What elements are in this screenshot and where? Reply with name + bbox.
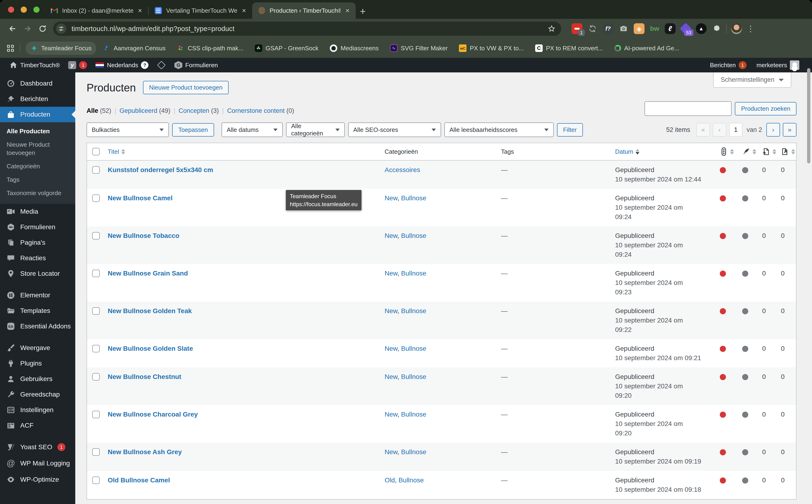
submenu-categories[interactable]: Categorieën — [0, 160, 75, 173]
category-link[interactable]: Bullnose — [401, 373, 426, 380]
sort-title-header[interactable]: Titel — [108, 148, 119, 155]
category-link[interactable]: New — [384, 448, 397, 456]
dates-select[interactable]: Alle datums — [221, 122, 283, 137]
browser-menu-icon[interactable]: ⋮ — [744, 24, 757, 33]
bookmark-px-vw[interactable]: wC PX to VW & PX to... — [454, 42, 529, 55]
search-products-button[interactable]: Producten zoeken — [735, 102, 796, 115]
admin-bar-elementor[interactable] — [153, 58, 170, 72]
row-checkbox[interactable] — [92, 232, 100, 240]
select-all-checkbox[interactable] — [92, 148, 100, 155]
url-text[interactable]: timbertouch.nl/wp-admin/edit.php?post_ty… — [71, 25, 234, 33]
extension-camera-icon[interactable] — [618, 23, 629, 34]
admin-bar-forms[interactable]: G Formulieren — [170, 58, 221, 72]
submenu-add-product[interactable]: Nieuwe Product toevoegen — [0, 138, 75, 160]
language-help-icon[interactable]: ? — [141, 61, 148, 69]
extension-sync-icon[interactable] — [587, 23, 598, 34]
sidebar-item-acf[interactable]: ACF — [0, 418, 75, 433]
seo-score-column-icon[interactable] — [720, 147, 728, 156]
readability-column-icon[interactable] — [742, 148, 750, 156]
view-published-link[interactable]: Gepubliceerd — [119, 107, 157, 114]
sidebar-item-dashboard[interactable]: Dashboard — [0, 76, 75, 91]
categories-select[interactable]: Alle categorieën — [286, 122, 345, 137]
bookmark-ai-ad[interactable]: AI-powered Ad Ge... — [610, 42, 684, 55]
row-checkbox[interactable] — [92, 476, 100, 484]
sidebar-item-plugins[interactable]: Plugins — [0, 356, 75, 371]
profile-avatar[interactable] — [731, 23, 742, 34]
tab-vertaling[interactable]: Vertaling TimberTouch Websit × — [149, 2, 252, 19]
row-checkbox[interactable] — [92, 345, 100, 352]
category-link[interactable]: Bullnose — [401, 411, 426, 418]
product-title-link[interactable]: New Bullnose Camel — [108, 194, 172, 202]
prev-page-button[interactable]: ‹ — [713, 123, 726, 137]
row-checkbox[interactable] — [92, 166, 100, 174]
current-page-input[interactable]: 1 — [729, 123, 742, 137]
bookmark-clip-path[interactable]: CSS clip-path mak... — [172, 42, 248, 55]
row-checkbox[interactable] — [92, 373, 100, 381]
row-checkbox[interactable] — [92, 448, 100, 456]
window-controls[interactable] — [8, 7, 40, 13]
bookmark-px-rem[interactable]: C PX to REM convert... — [531, 42, 608, 55]
filter-button[interactable]: Filter — [557, 123, 583, 137]
sidebar-item-wp-optimize[interactable]: WP-Optimize — [0, 472, 75, 487]
category-link[interactable]: New — [384, 270, 397, 277]
close-tab-icon[interactable]: × — [344, 7, 350, 15]
category-link[interactable]: Bullnose — [401, 307, 426, 315]
address-bar[interactable]: timbertouch.nl/wp-admin/edit.php?post_ty… — [53, 22, 561, 36]
bookmark-gsap[interactable]: ☘ GSAP - GreenSock — [250, 42, 323, 55]
sidebar-item-elementor[interactable]: Elementor — [0, 287, 75, 303]
sidebar-item-posts[interactable]: Berichten — [0, 91, 75, 107]
next-page-button[interactable]: › — [766, 123, 780, 137]
submenu-tags[interactable]: Tags — [0, 173, 75, 186]
sidebar-item-yoast[interactable]: Yoast SEO 1 — [0, 439, 75, 455]
close-tab-icon[interactable]: × — [137, 7, 143, 15]
category-link[interactable]: Old — [384, 476, 395, 484]
bookmark-star-icon[interactable] — [545, 22, 558, 35]
admin-bar-account[interactable]: merketeers — [753, 60, 803, 70]
site-settings-icon[interactable] — [56, 24, 66, 34]
bulk-actions-select[interactable]: Bulkacties — [87, 122, 169, 137]
extensions-puzzle-icon[interactable] — [711, 23, 722, 34]
row-checkbox[interactable] — [92, 411, 100, 418]
category-link[interactable]: Bullnose — [401, 194, 426, 202]
add-product-button[interactable]: Nieuwe Product toevoegen — [143, 81, 229, 94]
screen-options-button[interactable]: Scherminstellingen — [713, 72, 791, 88]
sidebar-item-products[interactable]: Producten — [0, 107, 75, 122]
product-title-link[interactable]: New Bullnose Chestnut — [108, 373, 181, 380]
sidebar-item-media[interactable]: Media — [0, 204, 75, 219]
sidebar-item-templates[interactable]: Templates — [0, 303, 75, 319]
scrollbar-thumb[interactable] — [807, 68, 810, 163]
first-page-button[interactable]: « — [696, 123, 710, 137]
tab-producten-active[interactable]: Producten ‹ TimberTouch® — × — [252, 2, 356, 19]
product-title-link[interactable]: New Bullnose Ash Grey — [108, 448, 182, 456]
extension-purple-icon[interactable]: 53 — [680, 23, 691, 34]
reload-icon[interactable] — [36, 22, 49, 35]
sidebar-item-comments[interactable]: Reacties — [0, 250, 75, 266]
view-cornerstone-link[interactable]: Cornerstone content — [227, 107, 285, 114]
category-link[interactable]: New — [384, 194, 397, 202]
seo-scores-select[interactable]: Alle SEO-scores — [348, 122, 441, 137]
view-all-link[interactable]: Alle — [87, 107, 98, 114]
product-title-link[interactable]: New Bullnose Golden Teak — [108, 307, 192, 315]
sidebar-item-appearance[interactable]: Weergave — [0, 340, 75, 356]
bookmark-mediascreens[interactable]: Mediascreens — [325, 42, 383, 55]
extension-orange-icon[interactable]: ◈ — [634, 23, 645, 34]
product-title-link[interactable]: Kunststof onderregel 5x5x340 cm — [108, 166, 213, 173]
search-input[interactable] — [645, 101, 732, 116]
category-link[interactable]: Accessoires — [384, 166, 420, 173]
minimize-window-button[interactable] — [21, 7, 27, 13]
readability-scores-select[interactable]: Alle leesbaarheidsscores — [444, 122, 554, 137]
admin-bar-site[interactable]: TimberTouch® — [6, 58, 63, 72]
extension-red-icon[interactable]: 1 — [572, 23, 583, 34]
category-link[interactable]: New — [384, 411, 397, 418]
maximize-window-button[interactable] — [33, 7, 40, 13]
extension-fonts-icon[interactable]: f? — [603, 23, 614, 34]
extension-bw-icon[interactable]: bw — [649, 23, 660, 34]
product-title-link[interactable]: New Bullnose Grain Sand — [108, 270, 188, 277]
product-title-link[interactable]: New Bullnose Golden Slate — [108, 345, 193, 352]
apply-button[interactable]: Toepassen — [172, 123, 214, 137]
forward-icon[interactable] — [21, 22, 34, 35]
sidebar-item-essential-addons[interactable]: EA Essential Addons — [0, 319, 75, 334]
category-link[interactable]: Bullnose — [401, 448, 426, 456]
category-link[interactable]: New — [384, 232, 397, 239]
sidebar-item-tools[interactable]: Gereedschap — [0, 387, 75, 402]
